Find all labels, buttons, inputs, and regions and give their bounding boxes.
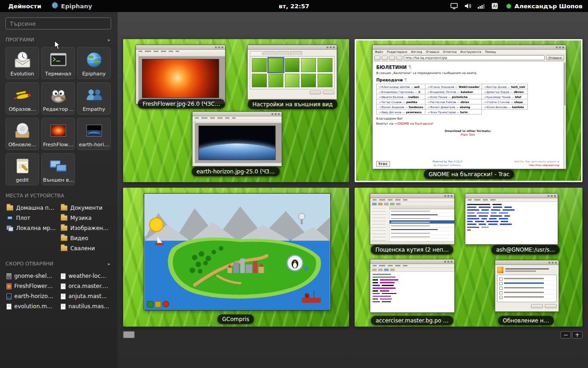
app-item-earth-image[interactable]: earth-hori… — [77, 118, 111, 150]
recent-expand-icon[interactable]: ▸ — [108, 261, 110, 266]
place-item-documents[interactable]: Документи — [60, 203, 113, 213]
gimp-canvas-area — [192, 121, 282, 163]
update-cancel-button[interactable] — [531, 304, 543, 308]
app-item-gcompris[interactable]: Образов… — [6, 82, 39, 115]
menu-item[interactable]: Редактиране — [387, 50, 407, 54]
anchor-pilcrow[interactable]: ¶ — [408, 65, 411, 70]
app-item-gimp[interactable]: Редактор … — [41, 82, 75, 115]
window-terminal[interactable] — [465, 193, 558, 245]
menu-item[interactable]: Помощ — [485, 50, 496, 54]
update-apply-button[interactable] — [545, 304, 557, 308]
app-item-displays[interactable]: Външен в… — [41, 153, 75, 185]
recent-item[interactable]: earth-horizo… — [6, 291, 59, 301]
recent-item[interactable]: anjuta.mast… — [60, 291, 113, 301]
window-gcompris[interactable] — [144, 193, 331, 310]
translator-name[interactable]: Филип Димитров — [430, 105, 455, 109]
translator-name[interactable]: Юлия Велкова — [486, 105, 508, 109]
translator-name[interactable]: Димитър Киров — [486, 90, 509, 93]
menu-item[interactable]: Отиване — [426, 50, 439, 54]
trac-logo[interactable]: trac — [376, 161, 390, 167]
translator-name[interactable]: Петър Славов — [381, 100, 401, 104]
app-item-gedit[interactable]: gedit — [6, 153, 39, 185]
translator-name[interactable]: Александър Шопов — [381, 85, 409, 88]
window-epiphany-trac[interactable]: Файл Редактиране Изглед Отиване Отметки … — [372, 45, 566, 169]
window-gedit-po-file[interactable] — [370, 259, 455, 313]
reload-button[interactable] — [389, 56, 395, 60]
table-row: →Филип Андонов—fandonov →Филип Димитров—… — [377, 104, 528, 109]
activities-button[interactable]: Дейности — [4, 3, 46, 10]
app-item-evolution[interactable]: Evolution — [6, 47, 39, 79]
workspace-indicator[interactable] — [123, 331, 135, 338]
display-icon[interactable] — [450, 2, 458, 10]
workspace-3[interactable]: GCompris — [123, 188, 349, 327]
edgewall-link[interactable]: http://trac.edgewall.org/ — [529, 164, 560, 167]
place-item-pictures[interactable]: Изображен… — [60, 223, 113, 233]
place-label: Музика — [70, 215, 91, 221]
network-signal-icon[interactable] — [477, 2, 485, 10]
place-item-local-network[interactable]: Локална мр… — [6, 223, 59, 233]
menu-item[interactable]: Инструменти — [460, 50, 481, 54]
translator-name[interactable]: Виктор Дачев — [486, 85, 507, 88]
place-item-downloads[interactable]: Свалени — [60, 243, 113, 253]
team-link[interactable]: GNOME на български! — [397, 122, 434, 126]
app-item-software-update[interactable]: Обновле… — [6, 118, 39, 150]
scrollbar[interactable] — [563, 62, 566, 169]
app-item-empathy[interactable]: Empathy — [77, 82, 111, 115]
workspace-2-active[interactable]: Файл Редактиране Изглед Отиване Отметки … — [355, 39, 582, 182]
workspace-4[interactable]: Пощенска кутия (2 неп… ash@GNOME:/usr/s…… — [355, 188, 582, 327]
keyboard-indicator-icon[interactable] — [491, 2, 498, 10]
place-item-music[interactable]: Музика — [60, 213, 113, 223]
user-menu[interactable]: Александър Шопов — [504, 3, 584, 10]
translator-name[interactable]: Филип Андонов — [381, 105, 404, 109]
update-buttons — [497, 304, 557, 308]
translator-name[interactable]: Ростислав Райков — [430, 100, 456, 104]
go-button[interactable]: Отиване — [546, 55, 564, 60]
translator-name[interactable]: Владимира Гиргинова — [381, 90, 414, 93]
plain-text-link[interactable]: Plain Text — [461, 133, 475, 137]
back-button[interactable] — [374, 56, 380, 60]
translator-name[interactable]: Красимир Чонов — [486, 95, 510, 98]
recent-item[interactable]: evolution.m… — [6, 301, 59, 311]
window-evolution-mail[interactable] — [370, 193, 455, 245]
workspace-1[interactable]: FreshFlower.jpg-26.0 (ЧЗС… Настройки на … — [123, 39, 349, 182]
add-workspace-button[interactable]: + — [572, 331, 582, 339]
translator-name[interactable]: Ясен Праматаров — [430, 110, 455, 114]
place-item-videos[interactable]: Видео — [60, 233, 113, 243]
translator-name[interactable]: Илия Пенев — [430, 95, 447, 98]
window-gimp-earth[interactable] — [192, 111, 282, 167]
app-item-freshflower-image[interactable]: FreshFlow… — [41, 118, 75, 150]
translator-name[interactable]: Атанас Кошаров — [430, 85, 454, 88]
displays-icon — [49, 156, 68, 176]
volume-icon[interactable] — [464, 2, 471, 10]
recent-label: evolution.m… — [14, 303, 52, 310]
window-appearance-settings[interactable] — [247, 45, 337, 100]
remove-workspace-button[interactable]: − — [560, 331, 571, 339]
recent-item[interactable]: nautilus.mas… — [60, 301, 113, 311]
programs-expand-icon[interactable]: ▸ — [108, 37, 110, 42]
recent-item[interactable]: weather-loc… — [60, 271, 113, 281]
search-input[interactable] — [6, 17, 111, 29]
home-button[interactable] — [396, 56, 402, 60]
translator-name[interactable]: Стойчо Станчев — [486, 100, 509, 104]
menu-item[interactable]: Отметки — [443, 50, 457, 54]
clock[interactable]: вт, 22:57 — [279, 3, 310, 10]
recent-item[interactable]: orca.master.… — [60, 281, 113, 291]
powered-by-link[interactable]: Powered by Trac 0.10.3 — [432, 160, 462, 163]
menu-item[interactable]: Файл — [375, 50, 383, 54]
place-item-home[interactable]: Домашна п… — [6, 203, 59, 213]
translator-name[interactable]: Явор Доганов — [381, 110, 401, 114]
recent-item[interactable]: gnome-shel… — [6, 271, 59, 281]
recent-item[interactable]: FreshFlower… — [6, 281, 59, 291]
app-item-terminal[interactable]: Терминал — [41, 47, 75, 79]
translator-name[interactable]: Владимир Петков — [430, 90, 456, 93]
menu-item[interactable]: Изглед — [411, 50, 422, 54]
app-menu[interactable]: Epiphany — [51, 2, 92, 10]
app-item-epiphany[interactable]: Epiphany — [77, 47, 111, 79]
window-software-update[interactable] — [495, 260, 559, 312]
address-bar[interactable]: http://fsa-bg.org/project/gtp — [404, 55, 545, 60]
place-item-desktop[interactable]: Плот — [6, 213, 59, 223]
forward-button[interactable] — [382, 56, 388, 60]
window-gimp-freshflower[interactable] — [136, 45, 226, 104]
translator-name[interactable]: Ивайло Вълков — [381, 95, 403, 98]
anchor-pilcrow[interactable]: ¶ — [404, 78, 407, 82]
